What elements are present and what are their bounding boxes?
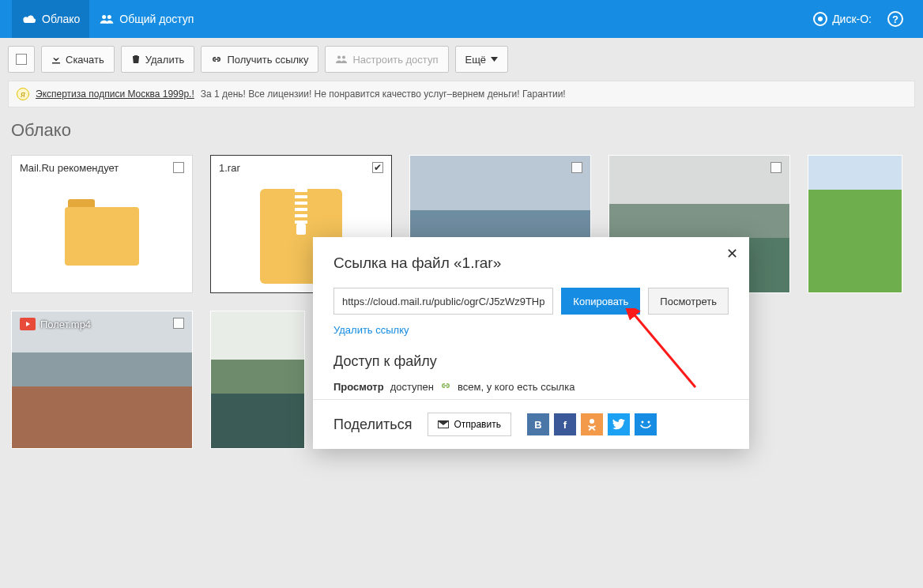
send-label: Отправить <box>454 419 501 430</box>
nav-disko[interactable]: Диск-О: <box>805 12 880 26</box>
tile-checkbox[interactable] <box>571 162 582 173</box>
nav-cloud[interactable]: Облако <box>12 0 89 38</box>
ad-icon: я <box>17 88 29 100</box>
tile-checkbox[interactable] <box>173 162 184 173</box>
download-label: Скачать <box>66 54 104 66</box>
share-tw-button[interactable] <box>608 413 630 435</box>
share-link-modal: ✕ Ссылка на файл «1.rar» Копировать Посм… <box>313 237 749 449</box>
access-who-label: всем, у кого есть ссылка <box>458 381 575 393</box>
nav-disko-label: Диск-О: <box>832 13 872 25</box>
more-button[interactable]: Ещё <box>455 46 509 73</box>
page-title: Облако <box>8 107 915 155</box>
share-moimir-button[interactable] <box>635 413 657 435</box>
svg-point-5 <box>641 421 643 424</box>
tile-checkbox[interactable] <box>770 162 782 173</box>
share-section-title: Поделиться <box>333 416 412 433</box>
tile-photo-3[interactable] <box>808 155 902 293</box>
mail-icon <box>438 420 449 428</box>
modal-title: Ссылка на файл «1.rar» <box>333 254 729 272</box>
download-button[interactable]: Скачать <box>41 46 115 73</box>
nav-shared-label: Общий доступ <box>119 13 194 25</box>
checkbox-icon <box>16 54 27 65</box>
configure-access-button[interactable]: Настроить доступ <box>325 46 448 73</box>
nav-cloud-label: Облако <box>42 13 80 25</box>
delete-label: Удалить <box>145 54 185 66</box>
copy-button[interactable]: Копировать <box>561 288 640 315</box>
share-ok-button[interactable] <box>581 413 603 435</box>
photo-thumb <box>808 156 902 292</box>
access-row: Просмотр доступен всем, у кого есть ссыл… <box>333 381 729 393</box>
tile-video[interactable]: Полет.mp4 <box>11 311 193 449</box>
people-small-icon <box>335 55 348 64</box>
svg-point-6 <box>647 421 650 424</box>
svg-point-1 <box>107 15 111 19</box>
disko-icon <box>813 12 827 26</box>
delete-link[interactable]: Удалить ссылку <box>333 324 409 336</box>
ad-bar: я Экспертиза подписи Москва 1999р.! За 1… <box>8 81 915 107</box>
cloud-icon <box>21 13 37 24</box>
access-available-label: доступен <box>390 381 434 393</box>
help-icon: ? <box>887 11 903 27</box>
share-vk-button[interactable]: B <box>527 413 549 435</box>
configure-access-label: Настроить доступ <box>352 54 438 66</box>
trash-icon <box>131 55 141 64</box>
svg-point-4 <box>590 419 594 424</box>
video-badge-icon <box>20 318 36 330</box>
photo-thumb <box>211 311 304 448</box>
nav-shared[interactable]: Общий доступ <box>89 0 203 38</box>
get-link-button[interactable]: Получить ссылку <box>201 46 318 73</box>
video-thumb <box>12 311 192 448</box>
folder-icon <box>65 207 139 266</box>
download-icon <box>51 55 61 64</box>
access-section-title: Доступ к файлу <box>333 353 729 370</box>
modal-close-button[interactable]: ✕ <box>726 245 738 262</box>
svg-point-2 <box>337 56 341 59</box>
select-all-checkbox[interactable] <box>8 46 35 73</box>
link-small-icon <box>440 381 451 393</box>
tile-recommend[interactable]: Mail.Ru рекомендует <box>11 155 193 293</box>
tile-label: Полет.mp4 <box>40 318 91 330</box>
chevron-down-icon <box>491 57 498 62</box>
view-button[interactable]: Посмотреть <box>648 288 729 315</box>
tile-checkbox[interactable] <box>173 318 184 329</box>
tile-checkbox-checked[interactable]: ✔ <box>372 162 383 173</box>
people-icon <box>99 13 115 25</box>
tile-label: 1.rar <box>219 162 240 174</box>
get-link-label: Получить ссылку <box>227 54 308 66</box>
share-fb-button[interactable]: f <box>554 413 576 435</box>
nav-help[interactable]: ? <box>880 11 911 27</box>
send-button[interactable]: Отправить <box>428 413 511 436</box>
more-label: Ещё <box>465 54 487 66</box>
svg-point-0 <box>102 15 106 19</box>
delete-button[interactable]: Удалить <box>121 46 195 73</box>
ad-link[interactable]: Экспертиза подписи Москва 1999р.! <box>36 89 194 100</box>
svg-point-3 <box>342 56 345 59</box>
ad-text: За 1 день! Все лицензии! Не понравится к… <box>201 89 566 100</box>
share-url-input[interactable] <box>333 288 553 315</box>
link-icon <box>211 55 222 64</box>
tile-photo-4[interactable] <box>210 311 305 449</box>
tile-label: Mail.Ru рекомендует <box>20 162 119 174</box>
access-view-label: Просмотр <box>333 381 384 393</box>
